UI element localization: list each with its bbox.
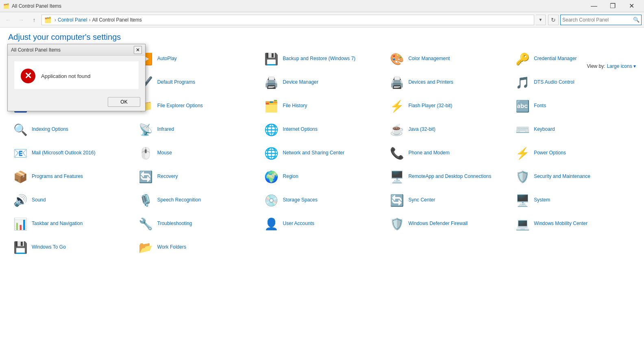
keyboard-icon: ⌨️ (514, 121, 531, 138)
default-programs-label: Default Programs (157, 79, 195, 86)
view-by-value[interactable]: Large icons ▾ (607, 63, 636, 69)
dialog-ok-button[interactable]: OK (108, 97, 140, 107)
speech-recognition-icon: 🎙️ (138, 192, 154, 208)
device-manager-label: Device Manager (283, 79, 318, 86)
title-bar: 🗂️ All Control Panel Items — ❐ ✕ (0, 0, 644, 12)
troubleshooting-label: Troubleshooting (157, 221, 192, 227)
cp-item-device-manager[interactable]: 🖨️Device Manager (259, 71, 385, 94)
cp-item-file-history[interactable]: 🗂️File History (259, 95, 385, 117)
cp-item-windows-mobility[interactable]: 💻Windows Mobility Center (510, 212, 636, 235)
taskbar-navigation-label: Taskbar and Navigation (32, 221, 83, 227)
dts-audio-label: DTS Audio Control (534, 79, 574, 86)
cp-item-windows-defender[interactable]: 🛡️Windows Defender Firewall (385, 212, 510, 235)
address-bar: ← → ↑ 🗂️ › Control Panel › All Control P… (0, 12, 644, 28)
cp-item-taskbar-navigation[interactable]: 📊Taskbar and Navigation (8, 212, 134, 235)
cp-item-autoplay[interactable]: ▶️AutoPlay (134, 48, 259, 70)
dialog-body: ✕ Application not found (14, 61, 139, 89)
cp-item-dts-audio[interactable]: 🎵DTS Audio Control (510, 71, 636, 94)
work-folders-label: Work Folders (157, 244, 186, 251)
window-controls: — ❐ ✕ (585, 0, 641, 12)
cp-item-keyboard[interactable]: ⌨️Keyboard (510, 118, 636, 141)
forward-button[interactable]: → (15, 14, 27, 26)
cp-item-file-explorer-options[interactable]: 📁File Explorer Options (134, 95, 259, 117)
window-icon: 🗂️ (3, 3, 9, 9)
close-button[interactable]: ✕ (622, 0, 641, 12)
fonts-icon: 🔤 (514, 98, 531, 114)
dialog-footer: OK (8, 95, 145, 111)
windows-to-go-label: Windows To Go (32, 244, 66, 251)
network-sharing-label: Network and Sharing Center (283, 150, 344, 156)
search-input[interactable] (562, 17, 631, 23)
indexing-options-label: Indexing Options (32, 126, 68, 133)
power-options-icon: ⚡ (514, 145, 531, 161)
refresh-button[interactable]: ↻ (548, 15, 559, 25)
cp-item-user-accounts[interactable]: 👤User Accounts (259, 212, 385, 235)
cp-item-infrared[interactable]: 📡Infrared (134, 118, 259, 141)
cp-item-flash-player[interactable]: ⚡Flash Player (32-bit) (385, 95, 510, 117)
cp-item-windows-to-go[interactable]: 💾Windows To Go (8, 236, 134, 259)
cp-item-work-folders[interactable]: 📂Work Folders (134, 236, 259, 259)
java-icon: ☕ (389, 121, 405, 138)
recovery-icon: 🔄 (138, 169, 154, 185)
device-manager-icon: 🖨️ (263, 74, 280, 91)
dialog-close-button[interactable]: ✕ (134, 46, 142, 54)
breadcrumb-control-panel[interactable]: Control Panel (58, 17, 87, 23)
maximize-button[interactable]: ❐ (603, 0, 622, 12)
cp-item-devices-printers[interactable]: 🖨️Devices and Printers (385, 71, 510, 94)
cp-item-region[interactable]: 🌍Region (259, 165, 385, 188)
windows-mobility-icon: 💻 (514, 216, 531, 232)
dts-audio-icon: 🎵 (514, 74, 531, 91)
cp-item-mail[interactable]: 📧Mail (Microsoft Outlook 2016) (8, 142, 134, 165)
speech-recognition-label: Speech Recognition (157, 197, 201, 204)
troubleshooting-icon: 🔧 (138, 216, 154, 232)
page-title: Adjust your computer's settings (8, 32, 636, 42)
taskbar-navigation-icon: 📊 (12, 216, 28, 232)
cp-item-recovery[interactable]: 🔄Recovery (134, 165, 259, 188)
minimize-button[interactable]: — (585, 0, 603, 12)
windows-to-go-icon: 💾 (12, 239, 28, 256)
dialog-message: Application not found (41, 73, 90, 79)
address-dropdown[interactable]: ▼ (536, 15, 546, 25)
flash-player-icon: ⚡ (389, 98, 405, 114)
file-history-icon: 🗂️ (263, 98, 280, 114)
phone-modem-label: Phone and Modem (408, 150, 449, 156)
cp-item-power-options[interactable]: ⚡Power Options (510, 142, 636, 165)
programs-features-label: Programs and Features (32, 173, 83, 180)
fonts-label: Fonts (534, 103, 546, 109)
user-accounts-label: User Accounts (283, 221, 314, 227)
cp-item-storage-spaces[interactable]: 💿Storage Spaces (259, 189, 385, 212)
infrared-label: Infrared (157, 126, 174, 133)
cp-item-system[interactable]: 🖥️System (510, 189, 636, 212)
cp-item-java[interactable]: ☕Java (32-bit) (385, 118, 510, 141)
back-button[interactable]: ← (2, 14, 14, 26)
search-icon: 🔍 (633, 17, 640, 23)
cp-item-backup-restore[interactable]: 💾Backup and Restore (Windows 7) (259, 48, 385, 70)
cp-item-security-maintenance[interactable]: 🛡️Security and Maintenance (510, 165, 636, 188)
cp-item-fonts[interactable]: 🔤Fonts (510, 95, 636, 117)
system-icon: 🖥️ (514, 192, 531, 208)
cp-item-phone-modem[interactable]: 📞Phone and Modem (385, 142, 510, 165)
indexing-options-icon: 🔍 (12, 121, 28, 138)
file-explorer-options-label: File Explorer Options (157, 103, 203, 109)
dialog-title: All Control Panel Items (11, 47, 61, 53)
mouse-icon: 🖱️ (138, 145, 154, 161)
infrared-icon: 📡 (138, 121, 154, 138)
cp-item-troubleshooting[interactable]: 🔧Troubleshooting (134, 212, 259, 235)
cp-item-programs-features[interactable]: 📦Programs and Features (8, 165, 134, 188)
cp-item-default-programs[interactable]: ✔️Default Programs (134, 71, 259, 94)
up-button[interactable]: ↑ (28, 14, 40, 26)
cp-item-indexing-options[interactable]: 🔍Indexing Options (8, 118, 134, 141)
cp-item-mouse[interactable]: 🖱️Mouse (134, 142, 259, 165)
windows-defender-icon: 🛡️ (389, 216, 405, 232)
cp-item-sync-center[interactable]: 🔄Sync Center (385, 189, 510, 212)
cp-item-speech-recognition[interactable]: 🎙️Speech Recognition (134, 189, 259, 212)
remoteapp-label: RemoteApp and Desktop Connections (408, 173, 491, 180)
cp-item-sound[interactable]: 🔊Sound (8, 189, 134, 212)
cp-item-color-management[interactable]: 🎨Color Management (385, 48, 510, 70)
cp-item-internet-options[interactable]: 🌐Internet Options (259, 118, 385, 141)
storage-spaces-label: Storage Spaces (283, 197, 318, 204)
cp-item-network-sharing[interactable]: 🌐Network and Sharing Center (259, 142, 385, 165)
cp-item-remoteapp[interactable]: 🖥️RemoteApp and Desktop Connections (385, 165, 510, 188)
region-label: Region (283, 173, 298, 180)
color-management-label: Color Management (408, 56, 450, 62)
